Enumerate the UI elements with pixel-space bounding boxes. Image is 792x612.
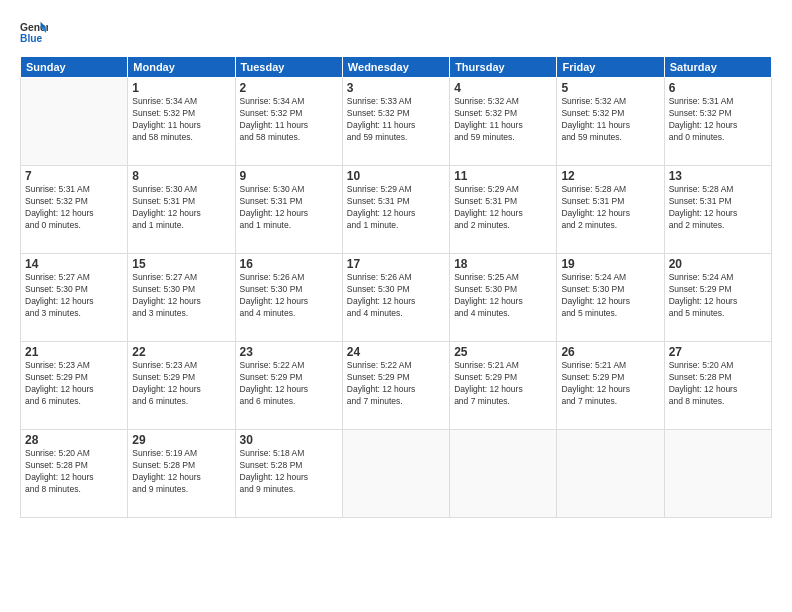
day-info: Sunrise: 5:20 AM Sunset: 5:28 PM Dayligh… xyxy=(669,360,767,408)
day-number: 12 xyxy=(561,169,659,183)
calendar-cell: 29Sunrise: 5:19 AM Sunset: 5:28 PM Dayli… xyxy=(128,430,235,518)
calendar-cell: 11Sunrise: 5:29 AM Sunset: 5:31 PM Dayli… xyxy=(450,166,557,254)
day-info: Sunrise: 5:25 AM Sunset: 5:30 PM Dayligh… xyxy=(454,272,552,320)
day-number: 30 xyxy=(240,433,338,447)
calendar-cell: 25Sunrise: 5:21 AM Sunset: 5:29 PM Dayli… xyxy=(450,342,557,430)
day-number: 17 xyxy=(347,257,445,271)
day-info: Sunrise: 5:31 AM Sunset: 5:32 PM Dayligh… xyxy=(669,96,767,144)
calendar-cell: 6Sunrise: 5:31 AM Sunset: 5:32 PM Daylig… xyxy=(664,78,771,166)
day-number: 3 xyxy=(347,81,445,95)
calendar-cell: 3Sunrise: 5:33 AM Sunset: 5:32 PM Daylig… xyxy=(342,78,449,166)
calendar-cell xyxy=(21,78,128,166)
day-number: 5 xyxy=(561,81,659,95)
day-info: Sunrise: 5:30 AM Sunset: 5:31 PM Dayligh… xyxy=(240,184,338,232)
day-number: 13 xyxy=(669,169,767,183)
day-number: 24 xyxy=(347,345,445,359)
calendar-cell: 23Sunrise: 5:22 AM Sunset: 5:29 PM Dayli… xyxy=(235,342,342,430)
day-info: Sunrise: 5:34 AM Sunset: 5:32 PM Dayligh… xyxy=(132,96,230,144)
calendar-cell xyxy=(450,430,557,518)
day-number: 11 xyxy=(454,169,552,183)
days-of-week-row: SundayMondayTuesdayWednesdayThursdayFrid… xyxy=(21,57,772,78)
day-number: 1 xyxy=(132,81,230,95)
day-number: 25 xyxy=(454,345,552,359)
day-info: Sunrise: 5:28 AM Sunset: 5:31 PM Dayligh… xyxy=(669,184,767,232)
dow-header: Sunday xyxy=(21,57,128,78)
day-number: 28 xyxy=(25,433,123,447)
day-info: Sunrise: 5:22 AM Sunset: 5:29 PM Dayligh… xyxy=(347,360,445,408)
calendar-cell: 8Sunrise: 5:30 AM Sunset: 5:31 PM Daylig… xyxy=(128,166,235,254)
day-number: 10 xyxy=(347,169,445,183)
dow-header: Wednesday xyxy=(342,57,449,78)
calendar-week-row: 14Sunrise: 5:27 AM Sunset: 5:30 PM Dayli… xyxy=(21,254,772,342)
dow-header: Thursday xyxy=(450,57,557,78)
dow-header: Tuesday xyxy=(235,57,342,78)
day-number: 4 xyxy=(454,81,552,95)
day-info: Sunrise: 5:19 AM Sunset: 5:28 PM Dayligh… xyxy=(132,448,230,496)
calendar-week-row: 28Sunrise: 5:20 AM Sunset: 5:28 PM Dayli… xyxy=(21,430,772,518)
day-info: Sunrise: 5:22 AM Sunset: 5:29 PM Dayligh… xyxy=(240,360,338,408)
calendar-cell: 22Sunrise: 5:23 AM Sunset: 5:29 PM Dayli… xyxy=(128,342,235,430)
calendar-cell: 4Sunrise: 5:32 AM Sunset: 5:32 PM Daylig… xyxy=(450,78,557,166)
day-info: Sunrise: 5:23 AM Sunset: 5:29 PM Dayligh… xyxy=(132,360,230,408)
day-number: 16 xyxy=(240,257,338,271)
day-info: Sunrise: 5:24 AM Sunset: 5:30 PM Dayligh… xyxy=(561,272,659,320)
calendar-cell: 15Sunrise: 5:27 AM Sunset: 5:30 PM Dayli… xyxy=(128,254,235,342)
day-number: 2 xyxy=(240,81,338,95)
calendar-cell: 2Sunrise: 5:34 AM Sunset: 5:32 PM Daylig… xyxy=(235,78,342,166)
calendar-cell: 30Sunrise: 5:18 AM Sunset: 5:28 PM Dayli… xyxy=(235,430,342,518)
calendar-cell: 19Sunrise: 5:24 AM Sunset: 5:30 PM Dayli… xyxy=(557,254,664,342)
day-info: Sunrise: 5:26 AM Sunset: 5:30 PM Dayligh… xyxy=(240,272,338,320)
calendar-cell: 5Sunrise: 5:32 AM Sunset: 5:32 PM Daylig… xyxy=(557,78,664,166)
day-info: Sunrise: 5:18 AM Sunset: 5:28 PM Dayligh… xyxy=(240,448,338,496)
day-info: Sunrise: 5:27 AM Sunset: 5:30 PM Dayligh… xyxy=(25,272,123,320)
calendar-week-row: 21Sunrise: 5:23 AM Sunset: 5:29 PM Dayli… xyxy=(21,342,772,430)
calendar-cell: 10Sunrise: 5:29 AM Sunset: 5:31 PM Dayli… xyxy=(342,166,449,254)
calendar-cell: 28Sunrise: 5:20 AM Sunset: 5:28 PM Dayli… xyxy=(21,430,128,518)
dow-header: Friday xyxy=(557,57,664,78)
day-info: Sunrise: 5:27 AM Sunset: 5:30 PM Dayligh… xyxy=(132,272,230,320)
day-number: 21 xyxy=(25,345,123,359)
day-number: 15 xyxy=(132,257,230,271)
day-number: 6 xyxy=(669,81,767,95)
calendar-body: 1Sunrise: 5:34 AM Sunset: 5:32 PM Daylig… xyxy=(21,78,772,518)
day-number: 27 xyxy=(669,345,767,359)
calendar-cell: 24Sunrise: 5:22 AM Sunset: 5:29 PM Dayli… xyxy=(342,342,449,430)
calendar-cell: 27Sunrise: 5:20 AM Sunset: 5:28 PM Dayli… xyxy=(664,342,771,430)
calendar: SundayMondayTuesdayWednesdayThursdayFrid… xyxy=(20,56,772,518)
day-info: Sunrise: 5:34 AM Sunset: 5:32 PM Dayligh… xyxy=(240,96,338,144)
day-number: 22 xyxy=(132,345,230,359)
day-number: 26 xyxy=(561,345,659,359)
calendar-cell xyxy=(342,430,449,518)
logo-icon: General Blue xyxy=(20,18,48,46)
calendar-cell: 13Sunrise: 5:28 AM Sunset: 5:31 PM Dayli… xyxy=(664,166,771,254)
day-info: Sunrise: 5:23 AM Sunset: 5:29 PM Dayligh… xyxy=(25,360,123,408)
day-info: Sunrise: 5:24 AM Sunset: 5:29 PM Dayligh… xyxy=(669,272,767,320)
calendar-cell: 20Sunrise: 5:24 AM Sunset: 5:29 PM Dayli… xyxy=(664,254,771,342)
calendar-cell: 21Sunrise: 5:23 AM Sunset: 5:29 PM Dayli… xyxy=(21,342,128,430)
day-info: Sunrise: 5:32 AM Sunset: 5:32 PM Dayligh… xyxy=(561,96,659,144)
day-info: Sunrise: 5:21 AM Sunset: 5:29 PM Dayligh… xyxy=(454,360,552,408)
day-number: 29 xyxy=(132,433,230,447)
calendar-cell: 17Sunrise: 5:26 AM Sunset: 5:30 PM Dayli… xyxy=(342,254,449,342)
dow-header: Monday xyxy=(128,57,235,78)
calendar-cell: 12Sunrise: 5:28 AM Sunset: 5:31 PM Dayli… xyxy=(557,166,664,254)
day-number: 7 xyxy=(25,169,123,183)
day-number: 23 xyxy=(240,345,338,359)
calendar-cell xyxy=(557,430,664,518)
day-number: 9 xyxy=(240,169,338,183)
day-info: Sunrise: 5:29 AM Sunset: 5:31 PM Dayligh… xyxy=(347,184,445,232)
calendar-cell: 18Sunrise: 5:25 AM Sunset: 5:30 PM Dayli… xyxy=(450,254,557,342)
calendar-cell: 7Sunrise: 5:31 AM Sunset: 5:32 PM Daylig… xyxy=(21,166,128,254)
day-info: Sunrise: 5:28 AM Sunset: 5:31 PM Dayligh… xyxy=(561,184,659,232)
day-number: 18 xyxy=(454,257,552,271)
dow-header: Saturday xyxy=(664,57,771,78)
svg-text:Blue: Blue xyxy=(20,33,43,44)
day-info: Sunrise: 5:32 AM Sunset: 5:32 PM Dayligh… xyxy=(454,96,552,144)
day-info: Sunrise: 5:26 AM Sunset: 5:30 PM Dayligh… xyxy=(347,272,445,320)
calendar-week-row: 1Sunrise: 5:34 AM Sunset: 5:32 PM Daylig… xyxy=(21,78,772,166)
header: General Blue xyxy=(20,18,772,46)
day-number: 14 xyxy=(25,257,123,271)
calendar-cell: 9Sunrise: 5:30 AM Sunset: 5:31 PM Daylig… xyxy=(235,166,342,254)
day-number: 19 xyxy=(561,257,659,271)
calendar-cell xyxy=(664,430,771,518)
